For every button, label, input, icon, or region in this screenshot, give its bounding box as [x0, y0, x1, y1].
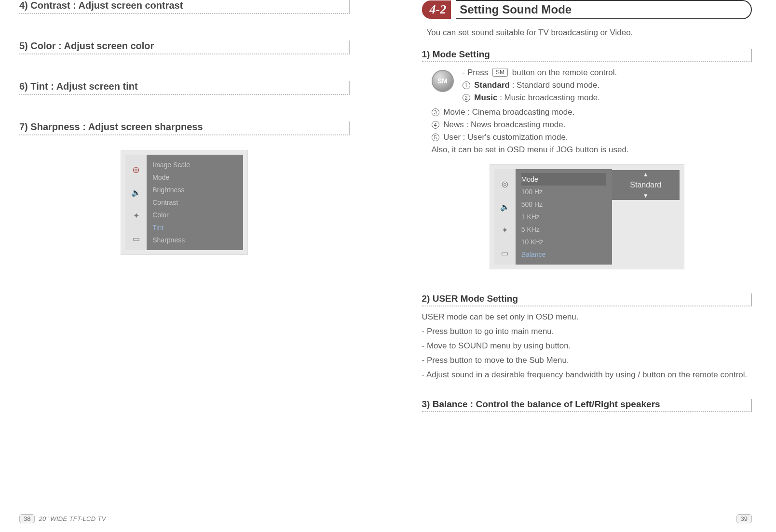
mode-line: 3 Movie : Cinema broadcasting mode. [432, 107, 752, 117]
osd-item: Brightness [152, 184, 237, 196]
body-line: USER mode can be set only in OSD menu. [422, 312, 752, 322]
intro-text: You can set sound suitable for TV broadc… [427, 28, 752, 38]
mode-line: 5 User : User's customization mode. [432, 133, 752, 142]
osd-value: Standard [612, 179, 680, 191]
mode-number-icon: 1 [463, 81, 470, 89]
osd-screenshot-sound: ◎ 🔈 ✦ ▭ Mode 100 Hz 500 Hz 1 KHz 5 KHz 1… [490, 164, 684, 269]
osd-item: Sharpness [152, 234, 237, 246]
body-line: - Adjust sound in a desirable frequency … [422, 370, 752, 380]
osd-item-selected: Mode [521, 173, 606, 186]
heading-contrast: 4) Contrast : Adjust screen contrast [19, 0, 350, 14]
osd-item: 1 KHz [521, 211, 606, 223]
settings-icon: ✦ [128, 208, 144, 223]
settings-icon: ✦ [497, 222, 513, 238]
chapter-number-tab: 4-2 [422, 0, 451, 19]
tv-icon: ▭ [128, 231, 144, 246]
mode-line: 4 News : News broadcasting mode. [432, 120, 752, 130]
tv-icon: ▭ [497, 245, 513, 261]
mode-desc: Cinema broadcasting mode. [472, 107, 575, 117]
page-number: 38 [19, 514, 35, 523]
sound-icon: 🔈 [128, 185, 144, 200]
osd-item: 5 KHz [521, 223, 606, 236]
chapter-title: Setting Sound Mode [456, 0, 752, 19]
sm-remote-button-icon: SM [432, 70, 454, 92]
mode-line: 2 Music : Music broadcasting mode. [463, 93, 617, 103]
mode-name: Movie [443, 107, 465, 117]
press-line: - Press SM button on the remote control. [463, 68, 617, 78]
mode-desc: Music broadcasting mode. [504, 93, 600, 102]
mode-desc: News broadcasting mode. [471, 120, 566, 129]
mode-number-icon: 2 [463, 94, 470, 102]
osd-item: Balance [521, 248, 606, 261]
body-line: - Press button to move to the Sub Menu. [422, 356, 752, 365]
subheading-user-mode: 2) USER Mode Setting [422, 293, 752, 306]
body-line: - Move to SOUND menu by using button. [422, 341, 752, 351]
heading-color: 5) Color : Adjust screen color [19, 40, 350, 54]
heading-sharpness: 7) Sharpness : Adjust screen sharpness [19, 121, 350, 135]
picture-icon: ◎ [128, 161, 144, 177]
picture-icon: ◎ [497, 176, 513, 191]
osd-item: 10 KHz [521, 236, 606, 248]
mode-line: 1 Standard : Standard sound mode. [463, 80, 617, 90]
press-suffix: button on the remote control. [512, 68, 617, 77]
osd-screenshot-picture: ◎ 🔈 ✦ ▭ Image Scale Mode Brightness Cont… [121, 150, 248, 255]
mode-number-icon: 5 [432, 133, 439, 141]
mode-number-icon: 3 [432, 108, 439, 116]
mode-name: News [443, 120, 464, 129]
press-prefix: - Press [463, 68, 489, 77]
footer-right: 39 [736, 514, 752, 523]
osd-item: Tint [152, 221, 237, 234]
body-line: - Press button to go into main menu. [422, 327, 752, 336]
osd-item: Color [152, 209, 237, 221]
mode-desc: Standard sound mode. [517, 80, 599, 90]
footer-left: 38 20" WIDE TFT-LCD TV [19, 514, 106, 523]
osd-item: Mode [152, 171, 237, 184]
sm-key-icon: SM [492, 68, 508, 77]
osd-item: Contrast [152, 196, 237, 209]
osd-item: 500 Hz [521, 198, 606, 211]
heading-tint: 6) Tint : Adjust screen tint [19, 81, 350, 95]
model-label: 20" WIDE TFT-LCD TV [39, 515, 106, 522]
subheading-balance: 3) Balance : Control the balance of Left… [422, 399, 752, 412]
osd-item: 100 Hz [521, 186, 606, 198]
subheading-mode-setting: 1) Mode Setting [422, 49, 752, 62]
arrow-down-icon: ▼ [612, 191, 680, 200]
arrow-up-icon: ▲ [612, 170, 680, 179]
mode-number-icon: 4 [432, 121, 439, 129]
page-number: 39 [736, 514, 752, 523]
osd-item: Image Scale [152, 159, 237, 171]
mode-name: Music [474, 93, 497, 102]
mode-name: User [443, 133, 461, 142]
sound-icon: 🔈 [497, 199, 513, 214]
also-line: Also, it can be set in OSD menu if JOG b… [432, 145, 752, 155]
mode-name: Standard [474, 80, 510, 90]
mode-desc: User's customization mode. [467, 133, 568, 142]
